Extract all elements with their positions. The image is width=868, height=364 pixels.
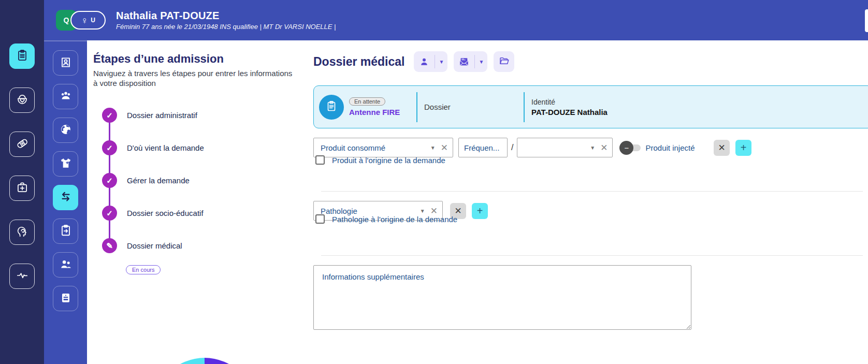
frequency-unit-select[interactable]: ▼ ✕ bbox=[517, 138, 613, 157]
check-icon: ✓ bbox=[106, 111, 113, 119]
stepper-subtitle: Naviguez à travers les étapes pour entre… bbox=[93, 69, 298, 89]
step-origine-demande[interactable]: ✓ D'où vient la demande bbox=[102, 140, 204, 155]
step-dossier-medical[interactable]: ✎ Dossier médical bbox=[102, 238, 182, 253]
clear-icon[interactable]: ✕ bbox=[441, 143, 448, 152]
injected-toggle-label: Produit injecté bbox=[645, 143, 695, 152]
bandage-icon bbox=[16, 137, 29, 152]
clothing-shirt-icon bbox=[59, 156, 73, 171]
vitals-pulse-icon bbox=[16, 269, 29, 284]
folder-button[interactable] bbox=[494, 51, 514, 72]
sidebar-item-admission-steps[interactable] bbox=[53, 185, 78, 210]
step-dossier-socio-educatif[interactable]: ✓ Dossier socio-éducatif bbox=[102, 206, 204, 221]
frequency-input[interactable] bbox=[458, 138, 508, 157]
structure-link[interactable]: Antenne FIRE bbox=[349, 108, 416, 117]
clear-icon[interactable]: ✕ bbox=[430, 207, 438, 215]
step-label[interactable]: Dossier administratif bbox=[127, 111, 197, 120]
step-label[interactable]: Dossier socio-éducatif bbox=[127, 209, 204, 217]
gender-pill: ♀ U bbox=[70, 11, 106, 30]
status-badge-en-attente: En attente bbox=[349, 97, 385, 106]
globe-icon bbox=[59, 123, 73, 138]
additional-info-textarea[interactable] bbox=[313, 265, 691, 330]
mail-actions-button[interactable]: ▼ bbox=[454, 51, 487, 72]
patient-badge: Q ♀ U bbox=[56, 10, 108, 31]
sidebar-item-admissions[interactable] bbox=[9, 43, 35, 69]
mail-icon bbox=[454, 56, 474, 67]
status-badge-en-cours: En cours bbox=[126, 265, 161, 274]
transfer-arrows-icon bbox=[59, 190, 73, 205]
toggle-knob-off[interactable]: − bbox=[619, 141, 633, 155]
sidebar-item-care-basket[interactable] bbox=[9, 88, 35, 113]
sidebar-item-notes[interactable] bbox=[53, 286, 78, 311]
add-product-row-button[interactable]: + bbox=[735, 140, 751, 156]
pathology-origin-checkbox[interactable] bbox=[315, 214, 325, 224]
sidebar-item-entourage[interactable] bbox=[53, 84, 78, 109]
medical-bag-plus-icon bbox=[16, 181, 29, 196]
add-pathology-row-button[interactable]: + bbox=[472, 203, 488, 219]
product-select-value: Produit consommé bbox=[321, 143, 426, 152]
sidebar-item-mental-health[interactable] bbox=[9, 220, 35, 245]
care-basket-heart-icon bbox=[16, 93, 29, 108]
sidebar-item-identity[interactable] bbox=[53, 50, 78, 76]
remove-product-row-button[interactable]: ✕ bbox=[714, 140, 730, 156]
two-people-icon bbox=[59, 257, 73, 272]
sidebar-item-contacts[interactable] bbox=[53, 252, 78, 278]
pathology-select-value: Pathologie bbox=[321, 207, 416, 215]
check-icon: ✓ bbox=[106, 209, 113, 217]
check-icon: ✓ bbox=[106, 144, 113, 152]
chevron-down-icon[interactable]: ▼ bbox=[420, 208, 425, 214]
product-select[interactable]: Produit consommé ▼ ✕ bbox=[313, 138, 453, 157]
identity-label: Identité bbox=[531, 98, 607, 106]
page-title: Dossier médical bbox=[313, 55, 404, 69]
badge-u-label: U bbox=[91, 17, 95, 24]
patient-name: Nathalia PAT-DOUZE bbox=[116, 10, 336, 22]
sidebar-item-clothing[interactable] bbox=[53, 151, 78, 177]
step-done-dot: ✓ bbox=[102, 206, 117, 221]
section-divider bbox=[321, 191, 863, 192]
sidebar-item-wounds[interactable] bbox=[9, 132, 35, 157]
injected-toggle[interactable]: − bbox=[619, 141, 641, 155]
sidebar-item-origin[interactable] bbox=[53, 118, 78, 143]
sidebar-item-referral[interactable] bbox=[53, 219, 78, 244]
chevron-down-icon[interactable]: ▼ bbox=[590, 145, 595, 151]
clipboard-icon bbox=[16, 49, 29, 64]
form-header: Dossier médical ▼ ▼ bbox=[313, 51, 514, 72]
step-current-dot: ✎ bbox=[102, 238, 117, 253]
sidebar-item-vitals[interactable] bbox=[9, 264, 35, 289]
scrollbar-thumb[interactable] bbox=[865, 9, 868, 32]
section-divider bbox=[321, 255, 863, 256]
step-label[interactable]: Gérer la demande bbox=[127, 176, 190, 185]
step-done-dot: ✓ bbox=[102, 108, 117, 123]
patient-details: Féminin 77 ans née le 21/03/1948 INS qua… bbox=[116, 23, 336, 31]
chevron-down-icon[interactable]: ▼ bbox=[475, 59, 487, 65]
mental-health-head-icon bbox=[16, 225, 29, 240]
banner-identity-block: Identité PAT-DOUZE Nathalia bbox=[525, 98, 607, 117]
folder-open-icon bbox=[499, 55, 510, 68]
people-group-icon bbox=[59, 89, 73, 104]
patient-actions-button[interactable]: ▼ bbox=[414, 51, 447, 72]
step-gerer-demande[interactable]: ✓ Gérer la demande bbox=[102, 173, 190, 188]
plus-icon: + bbox=[477, 205, 483, 217]
chevron-down-icon[interactable]: ▼ bbox=[430, 145, 436, 151]
product-origin-checkbox[interactable] bbox=[315, 155, 325, 165]
dossier-type-icon-circle bbox=[319, 95, 344, 120]
step-dossier-administratif[interactable]: ✓ Dossier administratif bbox=[102, 108, 197, 123]
step-label[interactable]: D'où vient la demande bbox=[127, 143, 204, 152]
product-row: Produit consommé ▼ ✕ / ▼ ✕ − Produit inj… bbox=[313, 137, 751, 158]
notes-card-icon bbox=[59, 291, 73, 306]
clipboard-arrow-icon bbox=[59, 224, 73, 239]
pencil-icon: ✎ bbox=[106, 242, 113, 250]
clipboard-icon bbox=[325, 100, 338, 114]
clear-icon[interactable]: ✕ bbox=[600, 143, 607, 152]
step-label[interactable]: Dossier médical bbox=[127, 241, 182, 250]
primary-sidebar bbox=[0, 0, 44, 364]
female-icon: ♀ bbox=[81, 16, 88, 25]
sidebar-item-medical[interactable] bbox=[9, 176, 35, 201]
banner-dossier-label: Dossier bbox=[417, 103, 524, 111]
pathology-origin-label[interactable]: Pathologie à l'origine de la demande bbox=[332, 215, 457, 224]
app-window: Q ♀ U Nathalia PAT-DOUZE Féminin 77 ans … bbox=[0, 0, 868, 364]
secondary-sidebar bbox=[44, 40, 87, 364]
minus-icon: − bbox=[625, 143, 629, 152]
product-origin-label[interactable]: Produit à l'origine de la demande bbox=[332, 156, 445, 165]
chevron-down-icon[interactable]: ▼ bbox=[435, 59, 447, 65]
check-icon: ✓ bbox=[106, 177, 113, 184]
